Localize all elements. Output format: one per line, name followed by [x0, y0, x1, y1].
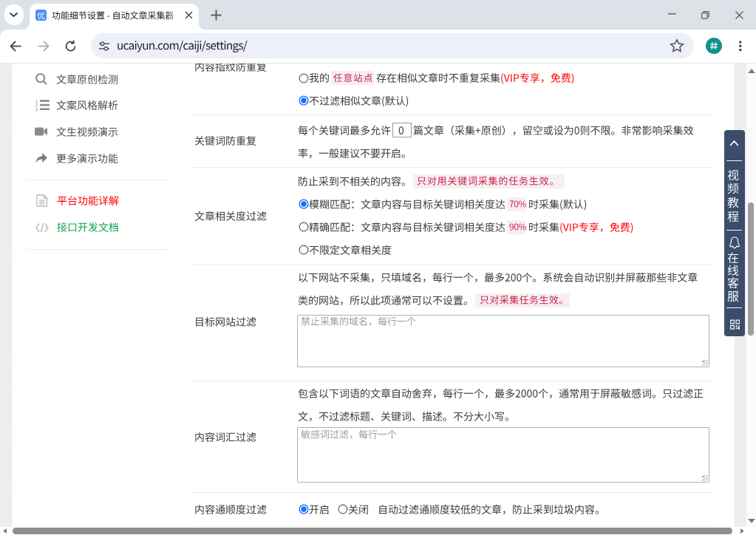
- svg-text:3: 3: [35, 107, 38, 112]
